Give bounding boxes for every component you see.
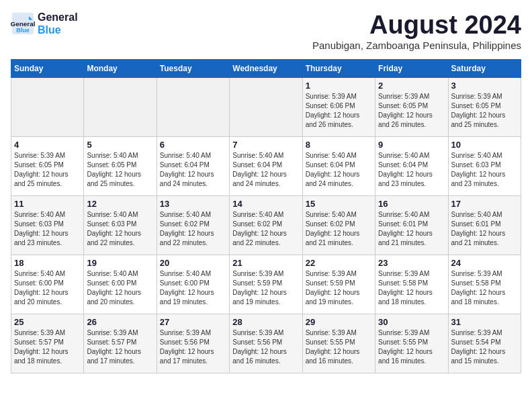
logo-text: General Blue	[38, 11, 78, 36]
day-info: Sunrise: 5:39 AM Sunset: 5:54 PM Dayligh…	[451, 328, 518, 366]
calendar-week-row: 4Sunrise: 5:39 AM Sunset: 6:05 PM Daylig…	[11, 137, 521, 196]
logo-icon: General Blue	[11, 11, 35, 36]
day-info: Sunrise: 5:39 AM Sunset: 5:55 PM Dayligh…	[306, 328, 372, 366]
day-number: 19	[87, 258, 153, 268]
calendar-week-row: 1Sunrise: 5:39 AM Sunset: 6:06 PM Daylig…	[11, 78, 521, 137]
calendar-cell: 28Sunrise: 5:39 AM Sunset: 5:56 PM Dayli…	[230, 314, 302, 373]
day-number: 6	[160, 140, 226, 150]
page-header: General Blue General Blue August 2024 Pa…	[11, 11, 521, 56]
day-number: 14	[232, 199, 299, 209]
day-info: Sunrise: 5:40 AM Sunset: 6:01 PM Dayligh…	[451, 210, 518, 248]
day-info: Sunrise: 5:39 AM Sunset: 6:06 PM Dayligh…	[306, 92, 372, 130]
calendar-cell: 10Sunrise: 5:40 AM Sunset: 6:03 PM Dayli…	[448, 137, 521, 196]
day-info: Sunrise: 5:40 AM Sunset: 6:04 PM Dayligh…	[160, 151, 226, 189]
calendar-cell	[84, 78, 157, 137]
day-info: Sunrise: 5:39 AM Sunset: 5:59 PM Dayligh…	[306, 269, 372, 307]
calendar-cell	[157, 78, 229, 137]
calendar-cell: 21Sunrise: 5:39 AM Sunset: 5:59 PM Dayli…	[230, 255, 302, 314]
day-info: Sunrise: 5:40 AM Sunset: 6:00 PM Dayligh…	[14, 269, 81, 307]
day-number: 17	[451, 199, 518, 209]
day-number: 10	[451, 140, 518, 150]
calendar-week-row: 25Sunrise: 5:39 AM Sunset: 5:57 PM Dayli…	[11, 314, 521, 373]
weekday-header-saturday: Saturday	[448, 60, 521, 78]
day-info: Sunrise: 5:39 AM Sunset: 5:58 PM Dayligh…	[451, 269, 518, 307]
calendar-cell: 20Sunrise: 5:40 AM Sunset: 6:00 PM Dayli…	[157, 255, 229, 314]
calendar-cell: 9Sunrise: 5:40 AM Sunset: 6:04 PM Daylig…	[375, 137, 448, 196]
weekday-header-sunday: Sunday	[11, 60, 84, 78]
calendar-cell	[11, 78, 84, 137]
calendar-cell: 29Sunrise: 5:39 AM Sunset: 5:55 PM Dayli…	[302, 314, 375, 373]
day-info: Sunrise: 5:40 AM Sunset: 6:04 PM Dayligh…	[232, 151, 299, 189]
day-info: Sunrise: 5:39 AM Sunset: 5:55 PM Dayligh…	[378, 328, 445, 366]
calendar-cell: 13Sunrise: 5:40 AM Sunset: 6:02 PM Dayli…	[157, 196, 229, 255]
day-number: 8	[306, 140, 372, 150]
calendar-week-row: 18Sunrise: 5:40 AM Sunset: 6:00 PM Dayli…	[11, 255, 521, 314]
day-info: Sunrise: 5:39 AM Sunset: 5:58 PM Dayligh…	[378, 269, 445, 307]
weekday-header-row: SundayMondayTuesdayWednesdayThursdayFrid…	[11, 60, 521, 78]
day-number: 20	[160, 258, 226, 268]
day-info: Sunrise: 5:40 AM Sunset: 6:02 PM Dayligh…	[306, 210, 372, 248]
day-info: Sunrise: 5:40 AM Sunset: 6:04 PM Dayligh…	[378, 151, 445, 189]
day-info: Sunrise: 5:40 AM Sunset: 6:00 PM Dayligh…	[87, 269, 153, 307]
calendar-cell: 2Sunrise: 5:39 AM Sunset: 6:05 PM Daylig…	[375, 78, 448, 137]
day-info: Sunrise: 5:40 AM Sunset: 6:03 PM Dayligh…	[87, 210, 153, 248]
day-number: 1	[306, 81, 372, 91]
calendar-cell: 25Sunrise: 5:39 AM Sunset: 5:57 PM Dayli…	[11, 314, 84, 373]
day-info: Sunrise: 5:40 AM Sunset: 6:00 PM Dayligh…	[160, 269, 226, 307]
title-block: August 2024 Panubigan, Zamboanga Peninsu…	[312, 11, 521, 56]
calendar-cell: 1Sunrise: 5:39 AM Sunset: 6:06 PM Daylig…	[302, 78, 375, 137]
location-subtitle: Panubigan, Zamboanga Peninsula, Philippi…	[312, 40, 521, 51]
day-info: Sunrise: 5:39 AM Sunset: 6:05 PM Dayligh…	[378, 92, 445, 130]
day-info: Sunrise: 5:40 AM Sunset: 6:04 PM Dayligh…	[306, 151, 372, 189]
day-info: Sunrise: 5:39 AM Sunset: 5:57 PM Dayligh…	[14, 328, 81, 366]
day-number: 24	[451, 258, 518, 268]
day-number: 21	[232, 258, 299, 268]
logo: General Blue General Blue	[11, 11, 78, 36]
day-number: 2	[378, 81, 445, 91]
weekday-header-thursday: Thursday	[302, 60, 375, 78]
calendar-cell	[230, 78, 302, 137]
day-number: 22	[306, 258, 372, 268]
calendar-cell: 4Sunrise: 5:39 AM Sunset: 6:05 PM Daylig…	[11, 137, 84, 196]
calendar-week-row: 11Sunrise: 5:40 AM Sunset: 6:03 PM Dayli…	[11, 196, 521, 255]
calendar-cell: 23Sunrise: 5:39 AM Sunset: 5:58 PM Dayli…	[375, 255, 448, 314]
day-info: Sunrise: 5:39 AM Sunset: 5:56 PM Dayligh…	[160, 328, 226, 366]
day-info: Sunrise: 5:40 AM Sunset: 6:03 PM Dayligh…	[451, 151, 518, 189]
day-number: 23	[378, 258, 445, 268]
day-number: 12	[87, 199, 153, 209]
day-number: 15	[306, 199, 372, 209]
day-number: 5	[87, 140, 153, 150]
day-number: 16	[378, 199, 445, 209]
calendar-cell: 14Sunrise: 5:40 AM Sunset: 6:02 PM Dayli…	[230, 196, 302, 255]
calendar-cell: 12Sunrise: 5:40 AM Sunset: 6:03 PM Dayli…	[84, 196, 157, 255]
day-number: 31	[451, 317, 518, 327]
calendar-cell: 7Sunrise: 5:40 AM Sunset: 6:04 PM Daylig…	[230, 137, 302, 196]
day-info: Sunrise: 5:39 AM Sunset: 5:57 PM Dayligh…	[87, 328, 153, 366]
day-info: Sunrise: 5:40 AM Sunset: 6:02 PM Dayligh…	[232, 210, 299, 248]
day-info: Sunrise: 5:39 AM Sunset: 5:59 PM Dayligh…	[232, 269, 299, 307]
day-number: 18	[14, 258, 81, 268]
day-number: 30	[378, 317, 445, 327]
day-info: Sunrise: 5:39 AM Sunset: 6:05 PM Dayligh…	[14, 151, 81, 189]
day-number: 3	[451, 81, 518, 91]
calendar-cell: 16Sunrise: 5:40 AM Sunset: 6:01 PM Dayli…	[375, 196, 448, 255]
day-info: Sunrise: 5:39 AM Sunset: 6:05 PM Dayligh…	[451, 92, 518, 130]
calendar-cell: 31Sunrise: 5:39 AM Sunset: 5:54 PM Dayli…	[448, 314, 521, 373]
day-number: 9	[378, 140, 445, 150]
calendar-cell: 18Sunrise: 5:40 AM Sunset: 6:00 PM Dayli…	[11, 255, 84, 314]
day-number: 29	[306, 317, 372, 327]
calendar-cell: 24Sunrise: 5:39 AM Sunset: 5:58 PM Dayli…	[448, 255, 521, 314]
weekday-header-wednesday: Wednesday	[230, 60, 302, 78]
calendar-cell: 26Sunrise: 5:39 AM Sunset: 5:57 PM Dayli…	[84, 314, 157, 373]
day-info: Sunrise: 5:40 AM Sunset: 6:01 PM Dayligh…	[378, 210, 445, 248]
day-number: 28	[232, 317, 299, 327]
day-info: Sunrise: 5:40 AM Sunset: 6:05 PM Dayligh…	[87, 151, 153, 189]
calendar-cell: 5Sunrise: 5:40 AM Sunset: 6:05 PM Daylig…	[84, 137, 157, 196]
calendar-cell: 15Sunrise: 5:40 AM Sunset: 6:02 PM Dayli…	[302, 196, 375, 255]
day-number: 4	[14, 140, 81, 150]
day-number: 25	[14, 317, 81, 327]
day-info: Sunrise: 5:40 AM Sunset: 6:03 PM Dayligh…	[14, 210, 81, 248]
calendar-table: SundayMondayTuesdayWednesdayThursdayFrid…	[11, 59, 521, 373]
day-info: Sunrise: 5:40 AM Sunset: 6:02 PM Dayligh…	[160, 210, 226, 248]
calendar-cell: 27Sunrise: 5:39 AM Sunset: 5:56 PM Dayli…	[157, 314, 229, 373]
